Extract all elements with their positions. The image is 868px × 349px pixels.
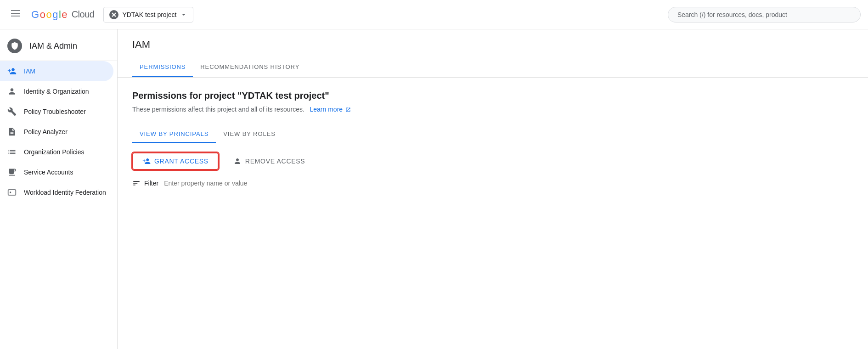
logo-e: e bbox=[62, 9, 67, 21]
content-area: IAM PERMISSIONS RECOMMENDATIONS HISTORY … bbox=[118, 29, 868, 349]
iam-admin-icon bbox=[7, 39, 22, 53]
filter-input[interactable] bbox=[164, 180, 853, 187]
learn-more-link[interactable]: Learn more bbox=[308, 106, 351, 113]
sub-tabs: VIEW BY PRINCIPALS VIEW BY ROLES bbox=[132, 126, 853, 143]
svg-rect-1 bbox=[11, 13, 20, 14]
svg-point-4 bbox=[112, 12, 113, 14]
svg-rect-2 bbox=[11, 16, 20, 17]
svg-rect-8 bbox=[8, 190, 16, 195]
remove-access-label: REMOVE ACCESS bbox=[245, 158, 305, 165]
svg-point-9 bbox=[10, 191, 11, 193]
top-tabs: PERMISSIONS RECOMMENDATIONS HISTORY bbox=[132, 58, 853, 77]
page-title: IAM bbox=[132, 39, 853, 51]
filter-label: Filter bbox=[144, 180, 158, 187]
logo-o2: o bbox=[46, 9, 51, 21]
logo-l: l bbox=[59, 9, 61, 21]
grant-access-button[interactable]: GRANT ACCESS bbox=[132, 152, 219, 170]
logo-g: G bbox=[31, 9, 39, 21]
sidebar-item-org-policies-label: Organization Policies bbox=[24, 148, 85, 156]
service-accounts-icon bbox=[7, 168, 17, 177]
sub-tab-view-by-roles[interactable]: VIEW BY ROLES bbox=[216, 126, 282, 143]
filter-row: Filter bbox=[132, 179, 853, 187]
sidebar-item-identity-label: Identity & Organization bbox=[24, 88, 89, 95]
sidebar-item-workload-identity[interactable]: Workload Identity Federation bbox=[0, 182, 113, 203]
project-selector[interactable]: YDTAK test project bbox=[103, 7, 193, 23]
tab-recommendations-history[interactable]: RECOMMENDATIONS HISTORY bbox=[193, 58, 307, 77]
sidebar-item-identity-organization[interactable]: Identity & Organization bbox=[0, 81, 113, 101]
sidebar-item-iam-label: IAM bbox=[24, 68, 35, 75]
sidebar-item-service-accounts[interactable]: Service Accounts bbox=[0, 162, 113, 182]
svg-rect-0 bbox=[11, 10, 20, 11]
sidebar-item-policy-analyzer[interactable]: Policy Analyzer bbox=[0, 122, 113, 142]
grant-access-icon bbox=[142, 157, 151, 165]
sidebar-item-analyzer-label: Policy Analyzer bbox=[24, 128, 68, 135]
menu-icon[interactable] bbox=[7, 5, 24, 24]
sidebar-item-service-accounts-label: Service Accounts bbox=[24, 169, 73, 176]
identity-icon bbox=[7, 87, 17, 96]
svg-point-7 bbox=[115, 15, 116, 17]
remove-access-button[interactable]: REMOVE ACCESS bbox=[224, 153, 314, 169]
grant-access-label: GRANT ACCESS bbox=[154, 158, 209, 165]
learn-more-label: Learn more bbox=[310, 106, 343, 113]
content-body: Permissions for project "YDTAK test proj… bbox=[118, 78, 868, 200]
org-policies-icon bbox=[7, 147, 17, 157]
workload-identity-icon bbox=[7, 188, 17, 197]
sidebar-item-org-policies[interactable]: Organization Policies bbox=[0, 142, 113, 162]
sidebar-item-troubleshooter-label: Policy Troubleshooter bbox=[24, 108, 86, 115]
main-layout: IAM & Admin IAM Identity & Organization … bbox=[0, 29, 868, 349]
external-link-icon bbox=[345, 107, 351, 113]
permissions-title: Permissions for project "YDTAK test proj… bbox=[132, 90, 853, 101]
filter-icon bbox=[132, 179, 141, 187]
sidebar-title: IAM & Admin bbox=[29, 41, 77, 51]
iam-icon bbox=[7, 67, 17, 76]
filter-label-group: Filter bbox=[132, 179, 158, 187]
tab-permissions[interactable]: PERMISSIONS bbox=[132, 58, 193, 77]
wrench-icon bbox=[7, 107, 17, 116]
sidebar: IAM & Admin IAM Identity & Organization … bbox=[0, 29, 118, 349]
permissions-description: These permissions affect this project an… bbox=[132, 106, 853, 113]
project-dropdown-icon bbox=[180, 11, 187, 18]
search-bar[interactable]: Search (/) for resources, docs, product bbox=[668, 7, 861, 23]
content-header: IAM PERMISSIONS RECOMMENDATIONS HISTORY bbox=[118, 29, 868, 78]
sidebar-header: IAM & Admin bbox=[0, 29, 117, 61]
logo-cloud: Cloud bbox=[72, 9, 95, 20]
remove-access-icon bbox=[233, 157, 242, 165]
svg-point-5 bbox=[115, 12, 116, 14]
sidebar-item-policy-troubleshooter[interactable]: Policy Troubleshooter bbox=[0, 101, 113, 122]
svg-point-3 bbox=[113, 13, 115, 16]
logo-o1: o bbox=[40, 9, 45, 21]
topbar: Google Cloud YDTAK test project Search (… bbox=[0, 0, 868, 29]
google-logo: Google Cloud bbox=[31, 9, 94, 21]
logo-g2: g bbox=[52, 9, 58, 21]
permissions-desc-text: These permissions affect this project an… bbox=[132, 106, 304, 113]
svg-point-6 bbox=[112, 15, 113, 17]
sidebar-item-iam[interactable]: IAM bbox=[0, 61, 113, 81]
sidebar-item-workload-label: Workload Identity Federation bbox=[24, 189, 106, 196]
project-name: YDTAK test project bbox=[122, 11, 176, 18]
project-icon bbox=[109, 10, 118, 19]
actions-row: GRANT ACCESS REMOVE ACCESS bbox=[132, 152, 853, 170]
analyzer-icon bbox=[7, 127, 17, 136]
sub-tab-view-by-principals[interactable]: VIEW BY PRINCIPALS bbox=[132, 126, 216, 143]
